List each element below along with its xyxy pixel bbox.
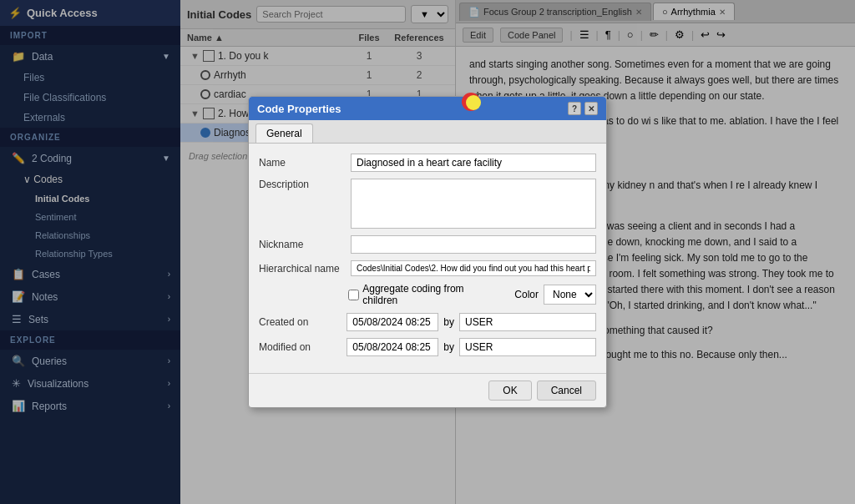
- name-label: Name: [259, 157, 351, 169]
- form-row-created: Created on by: [259, 313, 596, 331]
- modal-tabs: General: [249, 120, 606, 144]
- code-properties-modal: Code Properties ? ✕ General Name Descrip…: [248, 96, 607, 408]
- form-row-aggregate: Aggregate coding from children Color Non…: [259, 283, 596, 306]
- cancel-button[interactable]: Cancel: [537, 381, 596, 401]
- color-select[interactable]: None: [544, 285, 596, 305]
- modified-by-input[interactable]: [459, 338, 596, 356]
- aggregate-checkbox-label: Aggregate coding from children: [348, 283, 498, 306]
- ok-button[interactable]: OK: [488, 381, 531, 401]
- created-label: Created on: [259, 316, 347, 328]
- hierarchical-input[interactable]: [351, 260, 596, 276]
- form-row-modified: Modified on by: [259, 338, 596, 356]
- aggregate-text: Aggregate coding from children: [362, 283, 498, 306]
- created-input[interactable]: [347, 313, 438, 331]
- modal-body: Name Description Nickname Hierarchical n…: [249, 144, 606, 373]
- modal-footer: OK Cancel: [249, 373, 606, 407]
- created-by-input[interactable]: [459, 313, 596, 331]
- form-row-description: Description: [259, 179, 596, 229]
- nickname-label: Nickname: [259, 239, 351, 250]
- modal-title-bar: Code Properties ? ✕: [249, 97, 606, 120]
- aggregate-checkbox[interactable]: [348, 290, 359, 300]
- form-row-name: Name: [259, 154, 596, 172]
- modal-overlay: Code Properties ? ✕ General Name Descrip…: [0, 0, 855, 504]
- modified-label: Modified on: [259, 341, 347, 353]
- modified-by-label: by: [443, 341, 454, 353]
- hierarchical-label: Hierarchical name: [259, 263, 351, 275]
- color-label: Color: [514, 289, 539, 300]
- modal-close-button[interactable]: ✕: [584, 102, 598, 115]
- description-label: Description: [259, 179, 351, 190]
- modal-title: Code Properties: [257, 103, 341, 115]
- form-row-hierarchical: Hierarchical name: [259, 260, 596, 276]
- nickname-input[interactable]: [351, 235, 596, 254]
- modal-help-button[interactable]: ?: [568, 102, 581, 115]
- name-input[interactable]: [351, 154, 596, 172]
- modal-title-buttons: ? ✕: [568, 102, 598, 115]
- modal-tab-general[interactable]: General: [255, 123, 313, 143]
- created-by-label: by: [443, 316, 454, 328]
- modified-input[interactable]: [347, 338, 438, 356]
- form-row-nickname: Nickname: [259, 235, 596, 254]
- description-input[interactable]: [351, 179, 596, 229]
